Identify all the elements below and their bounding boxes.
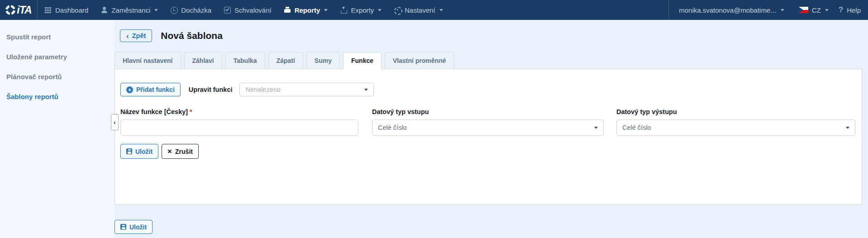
function-name-input[interactable] <box>120 119 358 136</box>
main-nav: Dashboard Zaměstnanci Docházka <box>38 0 443 20</box>
app-logo[interactable]: iTA <box>0 0 38 20</box>
question-mark-icon: ? <box>839 5 843 14</box>
sidebar-item-sablony-reportu[interactable]: Šablony reportů <box>0 86 114 106</box>
cz-flag-icon <box>799 7 808 13</box>
panel-collapse-handle[interactable]: ‹ <box>111 114 119 130</box>
edit-function-label: Upravit funkci <box>189 86 233 93</box>
back-button[interactable]: ‹ Zpět <box>120 29 152 43</box>
page-footer: Uložit <box>114 220 862 234</box>
tab-funkce[interactable]: Funkce <box>343 52 382 69</box>
grid-icon <box>44 7 52 14</box>
plus-circle-icon <box>126 86 133 93</box>
select-value: Celé číslo <box>622 124 651 131</box>
nav-item-dashboard[interactable]: Dashboard <box>44 6 88 14</box>
top-navbar: iTA Dashboard Zaměstnanci Docházka <box>0 0 868 20</box>
page-title: Nová šablona <box>161 30 223 41</box>
close-icon: × <box>167 149 172 154</box>
save-icon <box>126 148 132 154</box>
sidebar: Spustit report Uložené parametry Plánova… <box>0 20 114 238</box>
person-icon <box>100 7 108 14</box>
tab-vlastni-promenne[interactable]: Vlastní proměnné <box>385 52 454 69</box>
function-name-label: Název funkce [Česky]* <box>120 108 358 115</box>
functions-panel: ‹ Přidat funkci Upravit funkci Nenalezen… <box>114 69 862 205</box>
caret-down-icon <box>846 127 849 129</box>
chevron-down-icon <box>825 9 829 11</box>
export-icon <box>340 7 347 14</box>
nav-item-schvalovani[interactable]: Schvalování <box>224 6 272 14</box>
printer-icon <box>284 7 291 14</box>
chevron-left-icon: ‹ <box>114 119 115 126</box>
nav-item-exporty[interactable]: Exporty <box>340 6 382 14</box>
input-type-label: Datový typ vstupu <box>372 108 604 115</box>
save-template-button[interactable]: Uložit <box>114 220 153 234</box>
output-type-select[interactable]: Celé číslo <box>616 119 855 136</box>
logo-clock-icon <box>5 4 16 15</box>
language-selector[interactable]: CZ <box>792 0 836 20</box>
chevron-down-icon <box>439 9 443 11</box>
input-type-select[interactable]: Celé číslo <box>372 119 604 136</box>
sidebar-item-planovac-reportu[interactable]: Plánovač reportů <box>0 67 114 86</box>
sidebar-item-ulozene-parametry[interactable]: Uložené parametry <box>0 47 114 67</box>
caret-down-icon <box>364 89 368 91</box>
save-function-button[interactable]: Uložit <box>120 144 158 159</box>
tab-sumy[interactable]: Sumy <box>306 52 340 69</box>
chevron-down-icon <box>781 9 784 11</box>
nav-item-dochazka[interactable]: Docházka <box>170 6 211 14</box>
save-icon <box>120 224 126 230</box>
field-function-name: Název funkce [Česky]* <box>120 108 358 136</box>
tab-bar: Hlavní nastavení Záhlaví Tabulka Zápatí … <box>114 52 862 69</box>
chevron-left-icon: ‹ <box>126 33 129 38</box>
sidebar-item-spustit-report[interactable]: Spustit report <box>0 27 114 47</box>
help-label: Help <box>847 6 861 14</box>
user-menu[interactable]: monika.svatonova@mobatime... <box>668 0 792 20</box>
tab-zapati[interactable]: Zápatí <box>268 52 303 69</box>
nav-item-zamestnanci[interactable]: Zaměstnanci <box>100 6 158 14</box>
add-function-button[interactable]: Přidat funkci <box>120 83 181 96</box>
chevron-down-icon <box>324 9 328 11</box>
tab-tabulka[interactable]: Tabulka <box>225 52 265 69</box>
language-label: CZ <box>812 6 821 14</box>
app-root: iTA Dashboard Zaměstnanci Docházka <box>0 0 868 238</box>
field-output-type: Datový typ výstupu Celé číslo <box>616 108 855 136</box>
edit-function-select[interactable]: Nenalezeno <box>239 83 374 96</box>
tab-hlavni-nastaveni[interactable]: Hlavní nastavení <box>114 52 181 69</box>
help-link[interactable]: ? Help <box>836 0 868 20</box>
clock-icon <box>170 7 177 14</box>
tab-zahlavi[interactable]: Záhlaví <box>184 52 222 69</box>
page-header: ‹ Zpět Nová šablona <box>114 29 862 43</box>
chevron-down-icon <box>154 9 158 11</box>
select-value: Nenalezeno <box>245 86 280 93</box>
select-value: Celé číslo <box>378 124 407 131</box>
check-square-icon <box>224 7 231 14</box>
field-input-type: Datový typ vstupu Celé číslo <box>372 108 604 136</box>
user-email: monika.svatonova@mobatime... <box>679 6 776 14</box>
function-toolbar: Přidat funkci Upravit funkci Nenalezeno <box>120 83 856 96</box>
gear-icon <box>394 7 401 14</box>
chevron-down-icon <box>378 9 382 11</box>
navbar-right: monika.svatonova@mobatime... CZ ? Help <box>668 0 868 20</box>
form-actions: Uložit × Zrušit <box>120 144 856 159</box>
nav-item-reporty[interactable]: Reporty <box>284 6 328 14</box>
output-type-label: Datový typ výstupu <box>616 108 855 115</box>
function-form: Název funkce [Česky]* Datový typ vstupu … <box>120 108 856 136</box>
required-asterisk: * <box>190 108 192 115</box>
caret-down-icon <box>594 127 598 129</box>
logo-text: iTA <box>17 4 31 16</box>
main-content: ‹ Zpět Nová šablona Hlavní nastavení Záh… <box>114 20 862 234</box>
nav-item-nastaveni[interactable]: Nastavení <box>394 6 443 14</box>
cancel-button[interactable]: × Zrušit <box>162 144 199 159</box>
